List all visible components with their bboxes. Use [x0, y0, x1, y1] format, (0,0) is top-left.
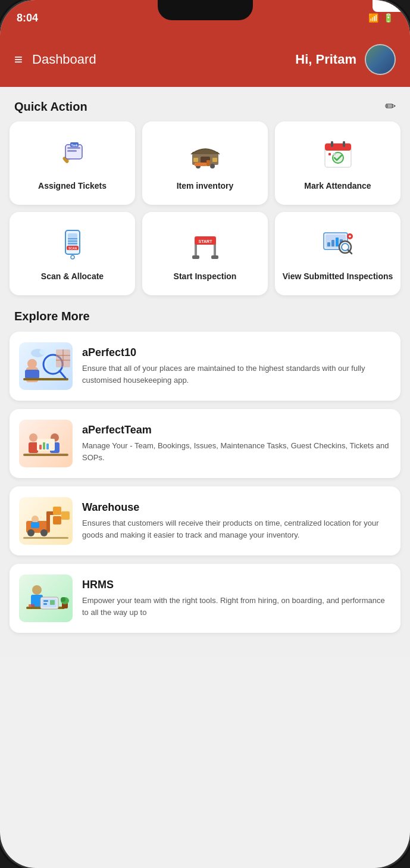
svg-point-75: [32, 516, 39, 523]
status-bar: 8:04 📶 🔋 DEBUG: [0, 0, 410, 36]
svg-rect-36: [192, 255, 199, 259]
svg-rect-80: [53, 516, 61, 524]
explore-more-title: Explore More: [10, 310, 400, 323]
aperfectteam-text: aPerfectTeam Manage Your - Team, Booking…: [82, 424, 391, 463]
svg-rect-70: [46, 444, 49, 449]
svg-rect-79: [53, 507, 61, 515]
svg-text:SCAN: SCAN: [68, 246, 77, 249]
svg-rect-82: [23, 537, 68, 539]
aperfectteam-name: aPerfectTeam: [82, 424, 391, 436]
svg-rect-10: [193, 158, 198, 162]
debug-badge: DEBUG: [373, 0, 410, 12]
svg-rect-52: [25, 370, 39, 379]
explore-card-hrms[interactable]: HRMS Empower your team with the right to…: [10, 564, 400, 633]
scan-allocate-icon: SCAN: [54, 226, 92, 264]
svg-rect-89: [43, 603, 47, 605]
svg-rect-5: [67, 150, 77, 152]
svg-rect-41: [331, 240, 334, 246]
explore-card-aperfect10[interactable]: aPerfect10 Ensure that all of your place…: [10, 332, 400, 401]
svg-rect-15: [206, 160, 210, 166]
warehouse-name: Warehouse: [82, 501, 391, 514]
hrms-name: HRMS: [82, 579, 391, 591]
svg-rect-11: [212, 158, 217, 162]
svg-point-31: [71, 255, 74, 259]
explore-card-aperfectteam[interactable]: aPerfectTeam Manage Your - Team, Booking…: [10, 409, 400, 478]
quick-card-assigned-tickets[interactable]: Task Assigned Tickets: [10, 121, 135, 205]
svg-point-83: [32, 585, 42, 595]
quick-action-grid: Task Assigned Tickets: [0, 121, 410, 305]
assigned-tickets-label: Assigned Tickets: [38, 180, 107, 191]
svg-rect-94: [29, 604, 35, 607]
notch: [158, 0, 253, 20]
svg-rect-18: [331, 141, 333, 147]
user-avatar[interactable]: [365, 44, 396, 75]
assigned-tickets-icon: Task: [54, 135, 92, 173]
aperfect10-text: aPerfect10 Ensure that all of your place…: [82, 346, 391, 386]
svg-point-78: [40, 529, 48, 536]
svg-rect-17: [325, 143, 351, 151]
svg-rect-19: [343, 141, 345, 147]
svg-rect-90: [50, 600, 55, 605]
quick-card-scan-allocate[interactable]: SCAN Scan & Allocate: [10, 212, 135, 295]
view-submitted-label: View Submitted Inspections: [283, 271, 393, 282]
warehouse-text: Warehouse Ensures that customers will re…: [82, 501, 391, 541]
mark-attendance-icon: [319, 135, 357, 173]
menu-icon[interactable]: ≡: [14, 51, 23, 68]
avatar-image: [366, 45, 395, 74]
svg-point-62: [39, 348, 51, 355]
quick-card-view-submitted[interactable]: View Submitted Inspections: [275, 212, 400, 295]
aperfectteam-image: [19, 420, 73, 467]
phone-screen: 8:04 📶 🔋 DEBUG ≡ Dashboard Hi, Pritam: [0, 0, 410, 868]
svg-line-56: [60, 371, 65, 378]
header-left: ≡ Dashboard: [14, 51, 96, 68]
svg-rect-42: [336, 238, 339, 246]
phone-frame: 8:04 📶 🔋 DEBUG ≡ Dashboard Hi, Pritam: [0, 0, 410, 868]
mark-attendance-label: Mark Attendance: [304, 180, 371, 191]
svg-point-13: [210, 164, 215, 168]
warehouse-image: [19, 497, 73, 545]
item-inventory-icon: [186, 135, 224, 173]
explore-card-warehouse[interactable]: Warehouse Ensures that customers will re…: [10, 486, 400, 555]
svg-rect-37: [211, 255, 218, 259]
svg-point-51: [27, 359, 37, 369]
status-icons: 📶 🔋 DEBUG: [368, 13, 393, 23]
svg-text:Task: Task: [71, 143, 77, 147]
hrms-text: HRMS Empower your team with the right to…: [82, 579, 391, 618]
svg-point-63: [29, 433, 37, 442]
svg-point-93: [61, 597, 65, 602]
quick-action-header: Quick Action ✏: [0, 87, 410, 121]
svg-rect-88: [43, 600, 48, 602]
header-right: Hi, Pritam: [295, 44, 396, 75]
svg-rect-71: [23, 454, 68, 456]
battery-icon: 🔋: [383, 13, 393, 23]
svg-rect-69: [43, 442, 45, 449]
svg-rect-68: [39, 445, 42, 449]
svg-rect-22: [328, 153, 331, 155]
hrms-image: [19, 574, 73, 622]
quick-card-item-inventory[interactable]: Item inventory: [142, 121, 268, 205]
start-inspection-icon: START: [186, 226, 224, 264]
svg-rect-40: [327, 242, 330, 246]
edit-quick-action-icon[interactable]: ✏: [385, 99, 396, 114]
svg-rect-4: [67, 147, 80, 149]
scan-allocate-label: Scan & Allocate: [41, 271, 104, 282]
item-inventory-label: Item inventory: [177, 180, 234, 191]
status-time: 8:04: [17, 12, 38, 24]
aperfect10-image: [19, 342, 73, 390]
aperfect10-name: aPerfect10: [82, 346, 391, 359]
quick-card-start-inspection[interactable]: START Start Inspection: [142, 212, 268, 295]
svg-point-77: [27, 529, 35, 536]
aperfect10-desc: Ensure that all of your places are maint…: [82, 363, 391, 386]
header-title: Dashboard: [32, 52, 96, 67]
svg-rect-23: [333, 153, 336, 155]
hrms-desc: Empower your team with the right tools. …: [82, 595, 391, 618]
quick-card-mark-attendance[interactable]: Mark Attendance: [275, 121, 400, 205]
svg-rect-81: [61, 511, 70, 520]
svg-rect-76: [31, 522, 39, 528]
svg-rect-53: [23, 378, 68, 380]
wifi-icon: 📶: [368, 13, 378, 23]
aperfectteam-desc: Manage Your - Team, Bookings, Issues, Ma…: [82, 440, 391, 463]
explore-more-section: Explore More: [0, 305, 410, 646]
view-submitted-icon: [319, 226, 357, 264]
start-inspection-label: Start Inspection: [174, 271, 237, 282]
